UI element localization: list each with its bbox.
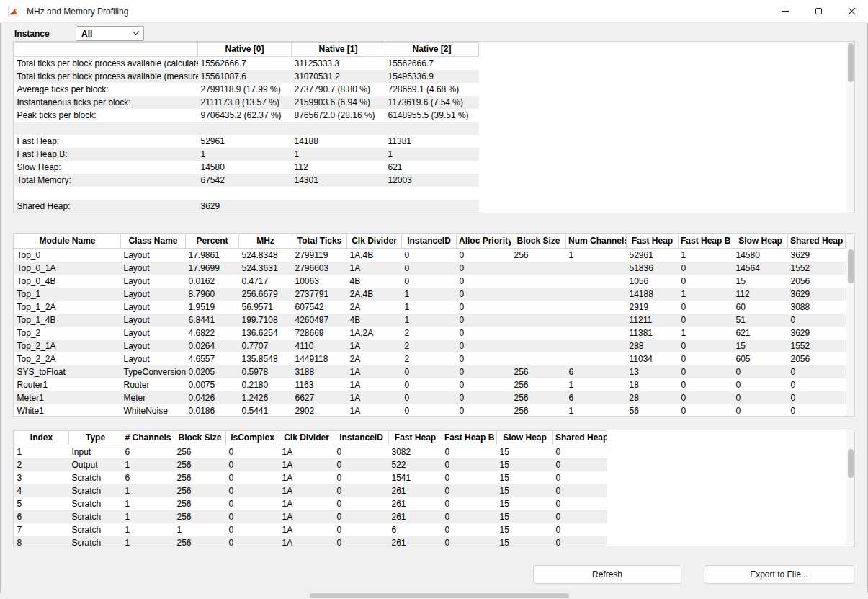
column-header[interactable]: Clk Divider <box>347 234 402 249</box>
table-row[interactable]: 5Scratch125601A02610150 <box>14 497 607 510</box>
column-header[interactable]: InstanceID <box>334 431 389 445</box>
table-row[interactable]: Top_2Layout4.6822136.62547286691A,2A2011… <box>14 327 846 340</box>
table-cell: 17.9861 <box>186 249 239 262</box>
table-row[interactable]: Average ticks per block:2799118.9 (17.99… <box>14 83 479 96</box>
table-row[interactable]: Top_1Layout8.7960256.667927377912A,4B101… <box>14 288 846 301</box>
table-cell: 728669.1 (4.68 %) <box>385 83 479 96</box>
column-header[interactable]: # Channels <box>122 431 174 445</box>
table-row[interactable]: Total ticks per block process available … <box>14 57 479 71</box>
table-row[interactable]: SYS_toFloatTypeConversion0.02050.5978318… <box>14 365 846 378</box>
table-cell: 261 <box>389 484 442 497</box>
table-row[interactable]: 1Input625601A030820150 <box>14 445 607 459</box>
table-row[interactable] <box>14 187 479 200</box>
table-row[interactable]: Total ticks per block process available … <box>14 70 479 83</box>
column-header[interactable]: Class Name <box>121 234 186 249</box>
table-row[interactable]: Top_1_4BLayout6.8441199.710842604974B101… <box>14 314 846 327</box>
column-header[interactable]: InstanceID <box>402 234 457 249</box>
table-cell: Slow Heap: <box>14 161 198 174</box>
table-row[interactable]: Meter1Meter0.04261.242666271A00256628000 <box>14 391 846 404</box>
table-cell: 0.5978 <box>239 365 292 378</box>
table-row[interactable]: Top_1_2ALayout1.951956.95716075422A10291… <box>14 301 846 314</box>
table-row[interactable]: Fast Heap B:111 <box>14 148 479 161</box>
table-cell <box>566 288 627 301</box>
column-header[interactable]: Percent <box>186 234 239 249</box>
column-header[interactable]: Clk Divider <box>279 431 334 445</box>
buffer-vertical-scrollbar[interactable] <box>846 430 854 546</box>
refresh-button[interactable]: Refresh <box>533 565 681 584</box>
horizontal-scrollbar[interactable] <box>0 593 868 599</box>
table-row[interactable]: Top_0_4BLayout0.01620.4717100634B0010560… <box>14 275 846 288</box>
table-cell: 0 <box>679 262 733 275</box>
table-row[interactable]: Fast Heap:529611418811381 <box>14 135 479 148</box>
table-row[interactable]: Slow Heap:14580112621 <box>14 161 479 174</box>
column-header[interactable]: Fast Heap <box>389 431 442 445</box>
scrollbar-thumb[interactable] <box>848 43 854 82</box>
table-row[interactable]: 4Scratch125601A02610150 <box>14 484 607 497</box>
table-cell: 10063 <box>292 275 347 288</box>
table-row[interactable]: 6Scratch125601A02610150 <box>14 510 607 523</box>
table-row[interactable]: Peak ticks per block:9706435.2 (62.37 %)… <box>14 109 479 122</box>
column-header[interactable]: Fast Heap B <box>442 431 497 445</box>
table-row[interactable]: Top_2_1ALayout0.02640.770741101A20288015… <box>14 340 846 352</box>
column-header[interactable]: Total Ticks <box>292 234 347 249</box>
export-button[interactable]: Export to File... <box>704 565 854 584</box>
column-header[interactable]: Slow Heap <box>497 431 553 445</box>
table-cell: Top_0 <box>14 249 121 262</box>
table-row[interactable]: Top_2_2ALayout4.6557135.854814491182A201… <box>14 352 846 365</box>
table-cell: 14188 <box>627 288 679 301</box>
summary-vertical-scrollbar[interactable] <box>846 42 854 213</box>
column-header[interactable]: MHz <box>239 234 292 249</box>
app-icon <box>8 6 19 17</box>
table-row[interactable]: Shared Heap:3629 <box>14 200 479 213</box>
minimize-button[interactable] <box>769 0 802 22</box>
column-header[interactable]: Module Name <box>14 234 121 249</box>
table-cell: 0 <box>334 471 389 484</box>
table-row[interactable]: 7Scratch1101A060150 <box>14 523 607 536</box>
column-header[interactable]: Shared Heap <box>788 234 846 249</box>
table-cell <box>385 200 479 213</box>
table-cell: 3629 <box>788 249 846 262</box>
table-row[interactable]: Router1Router0.00750.218011631A002561180… <box>14 378 846 391</box>
column-header[interactable]: Slow Heap <box>733 234 788 249</box>
table-row[interactable]: 8Scratch125601A02610150 <box>14 536 607 546</box>
table-cell: 0 <box>226 523 279 536</box>
column-header[interactable]: Fast Heap B <box>679 234 733 249</box>
column-header[interactable]: Type <box>69 431 122 445</box>
table-row[interactable]: Total Memory:675421430112003 <box>14 174 479 187</box>
table-row[interactable] <box>14 122 479 135</box>
column-header[interactable]: Native [2] <box>385 43 479 57</box>
table-cell: 0 <box>788 404 846 416</box>
table-cell: 6 <box>389 523 442 536</box>
table-cell <box>292 122 385 135</box>
column-header[interactable]: Alloc Priority <box>457 234 511 249</box>
column-header[interactable]: isComplex <box>226 431 279 445</box>
table-cell <box>292 187 385 200</box>
column-header[interactable]: Num Channels <box>566 234 627 249</box>
instance-dropdown[interactable]: All <box>76 26 144 41</box>
table-row[interactable]: 3Scratch625601A015410150 <box>14 471 607 484</box>
table-row[interactable]: Instantaneous ticks per block:2111173.0 … <box>14 96 479 109</box>
table-cell: 0 <box>679 275 733 288</box>
scrollbar-thumb[interactable] <box>310 593 569 598</box>
scrollbar-thumb[interactable] <box>848 449 854 478</box>
column-header[interactable]: Shared Heap <box>553 431 607 445</box>
table-cell: 3088 <box>788 301 846 314</box>
column-header[interactable] <box>14 43 198 57</box>
maximize-button[interactable] <box>802 0 835 22</box>
column-header[interactable]: Index <box>14 431 69 445</box>
table-cell: 0 <box>679 378 733 391</box>
scrollbar-thumb[interactable] <box>848 249 854 283</box>
table-cell: 9706435.2 (62.37 %) <box>198 109 292 122</box>
column-header[interactable]: Block Size <box>174 431 226 445</box>
table-row[interactable]: Top_0_1ALayout17.9699524.363127966031A00… <box>14 262 846 275</box>
close-button[interactable] <box>835 0 868 22</box>
table-row[interactable]: 2Output125601A05220150 <box>14 458 607 471</box>
table-row[interactable]: White1WhiteNoise0.01860.544129021A002561… <box>14 404 846 416</box>
table-row[interactable]: Top_0Layout17.9861524.834827991191A,4B00… <box>14 249 846 262</box>
column-header[interactable]: Block Size <box>511 234 566 249</box>
column-header[interactable]: Native [1] <box>292 43 385 57</box>
column-header[interactable]: Native [0] <box>198 43 292 57</box>
column-header[interactable]: Fast Heap <box>627 234 679 249</box>
module-vertical-scrollbar[interactable] <box>846 234 854 416</box>
table-cell: Router <box>121 378 186 391</box>
